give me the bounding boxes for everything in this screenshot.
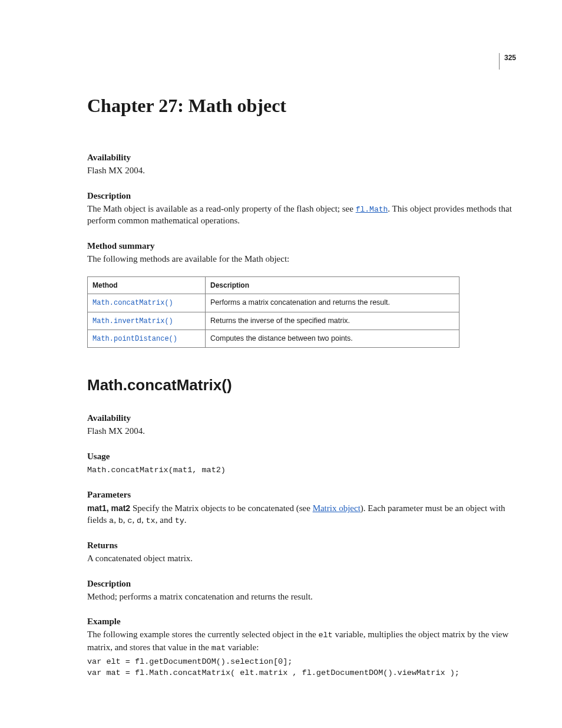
var-mat: mat bbox=[211, 644, 226, 653]
comma-1: , bbox=[114, 515, 118, 525]
method-desc: Computes the distance between two points… bbox=[206, 330, 459, 347]
description-text: The Math object is available as a read-o… bbox=[87, 203, 515, 227]
parameter-names: mat1, mat2 bbox=[87, 503, 130, 513]
table-row: Math.invertMatrix() Returns the inverse … bbox=[88, 312, 459, 330]
method-desc: Performs a matrix concatenation and retu… bbox=[206, 294, 459, 312]
returns-text: A concatenated object matrix. bbox=[87, 552, 515, 564]
parameters-heading: Parameters bbox=[87, 489, 515, 500]
example-text: The following example stores the current… bbox=[87, 628, 515, 653]
section-availability-heading: Availability bbox=[87, 412, 515, 424]
table-row: Math.pointDistance() Computes the distan… bbox=[88, 330, 459, 347]
section-description-text: Method; performs a matrix concatenation … bbox=[87, 591, 515, 602]
matrix-object-link[interactable]: Matrix object bbox=[313, 503, 361, 513]
method-summary-table: Method Description Math.concatMatrix() P… bbox=[87, 276, 459, 348]
table-row: Math.concatMatrix() Performs a matrix co… bbox=[88, 294, 459, 312]
chapter-title: Chapter 27: Math object bbox=[87, 93, 515, 118]
fl-math-link[interactable]: fl.Math bbox=[356, 205, 388, 214]
method-summary-heading: Method summary bbox=[87, 240, 515, 252]
table-header-method: Method bbox=[88, 277, 206, 294]
availability-heading: Availability bbox=[87, 151, 515, 163]
description-heading: Description bbox=[87, 190, 515, 202]
usage-heading: Usage bbox=[87, 450, 515, 462]
returns-heading: Returns bbox=[87, 539, 515, 551]
example-text-1: The following example stores the current… bbox=[87, 630, 318, 639]
field-a: a bbox=[109, 516, 114, 525]
var-elt: elt bbox=[318, 631, 332, 640]
example-heading: Example bbox=[87, 615, 515, 627]
field-d: d bbox=[137, 516, 141, 525]
description-text-part1: The Math object is available as a read-o… bbox=[87, 204, 356, 213]
table-header-description: Description bbox=[206, 277, 459, 294]
method-link-invertmatrix[interactable]: Math.invertMatrix() bbox=[92, 317, 173, 325]
usage-code: Math.concatMatrix(mat1, mat2) bbox=[87, 465, 515, 476]
comma-3: , bbox=[132, 515, 137, 525]
section-title: Math.concatMatrix() bbox=[87, 375, 515, 396]
section-description-heading: Description bbox=[87, 578, 515, 589]
availability-text: Flash MX 2004. bbox=[87, 164, 515, 176]
example-text-3: variable: bbox=[226, 643, 259, 652]
method-link-concatmatrix[interactable]: Math.concatMatrix() bbox=[92, 299, 173, 307]
period-end: . bbox=[184, 515, 187, 525]
example-code: var elt = fl.getDocumentDOM().selection[… bbox=[87, 656, 515, 679]
parameters-text: mat1, mat2 Specify the Matrix objects to… bbox=[87, 502, 515, 526]
param-text-1: Specify the Matrix objects to be concate… bbox=[130, 503, 312, 513]
field-tx: tx bbox=[146, 516, 156, 525]
field-ty: ty bbox=[175, 516, 184, 525]
field-b: b bbox=[118, 516, 123, 525]
page-number: 325 bbox=[499, 53, 516, 70]
method-desc: Returns the inverse of the specified mat… bbox=[206, 312, 459, 330]
method-link-pointdistance[interactable]: Math.pointDistance() bbox=[92, 335, 177, 343]
section-availability-text: Flash MX 2004. bbox=[87, 425, 515, 437]
comma-5: , and bbox=[156, 515, 175, 525]
comma-4: , bbox=[141, 515, 146, 525]
method-summary-text: The following methods are available for … bbox=[87, 253, 515, 265]
